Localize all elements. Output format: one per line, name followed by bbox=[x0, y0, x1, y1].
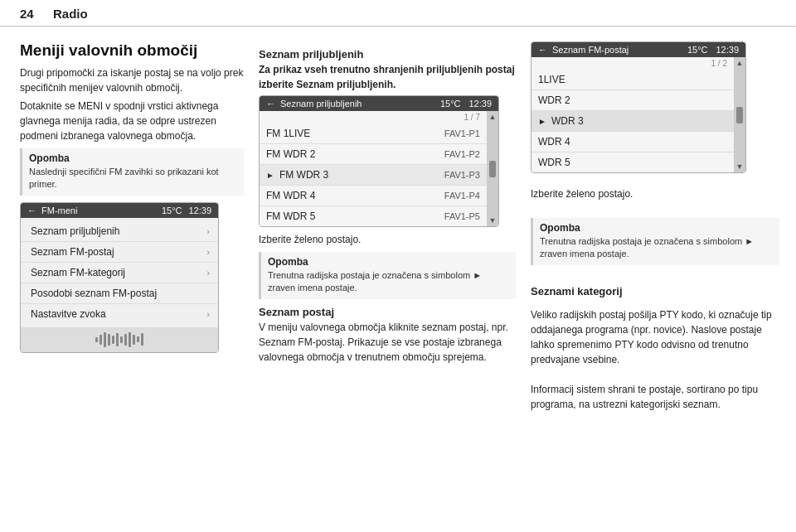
fp-item-0[interactable]: 1LIVE bbox=[531, 70, 734, 90]
fp-page-num: 1 / 2 bbox=[711, 59, 727, 68]
station-fav-4: FAV1-P5 bbox=[444, 211, 480, 221]
fp-back-icon[interactable]: ← bbox=[538, 45, 547, 55]
fp-scroll-down[interactable]: ▼ bbox=[736, 162, 744, 171]
scrollbar[interactable]: ▲ ▼ bbox=[487, 111, 498, 226]
col-left: Meniji valovnih območij Drugi pripomočki… bbox=[20, 41, 244, 519]
fp-item-2[interactable]: ► WDR 3 bbox=[531, 111, 734, 132]
station-body: 1 / 7 FM 1LIVE FAV1-P1 FM WDR 2 bbox=[260, 111, 487, 226]
station-item-0[interactable]: FM 1LIVE FAV1-P1 bbox=[260, 123, 487, 144]
station-page-info: 1 / 7 bbox=[260, 111, 487, 123]
station-fav-0: FAV1-P1 bbox=[444, 128, 480, 138]
sound-wave bbox=[95, 331, 143, 348]
opomba-title-1: Opomba bbox=[29, 152, 237, 164]
station-fav-1: FAV1-P2 bbox=[444, 149, 480, 159]
sound-bar-4 bbox=[108, 334, 110, 346]
fp-body: 1 / 2 1LIVE WDR 2 ► WDR 3 WDR 4 bbox=[531, 57, 734, 172]
opomba-text-3: Trenutna radijska postaja je označena s … bbox=[540, 235, 773, 261]
section3-text: Veliko radijskih postaj pošilja PTY kodo… bbox=[531, 307, 779, 367]
station-widget-header: ← Seznam priljubljenih 15°C 12:39 bbox=[260, 96, 498, 111]
fp-temp: 15°C bbox=[687, 45, 708, 55]
station-play-icon-2: ► bbox=[266, 171, 274, 180]
station-page-num: 1 / 7 bbox=[464, 113, 480, 122]
fm-menu-item-2[interactable]: Seznam FM-kategorij › bbox=[21, 263, 218, 283]
fm-menu-widget: ← FM-meni 15°C 12:39 Seznam priljubljeni… bbox=[20, 202, 219, 353]
section2-text: V meniju valovnega območja kliknite sezn… bbox=[259, 320, 516, 365]
sound-bar-11 bbox=[137, 336, 139, 342]
fp-scroll-track bbox=[736, 69, 743, 161]
station-widget: ← Seznam priljubljenih 15°C 12:39 1 / 7 bbox=[259, 95, 499, 227]
left-section: Meniji valovnih območij Drugi pripomočki… bbox=[20, 41, 244, 353]
fp-scroll-up[interactable]: ▲ bbox=[736, 59, 744, 67]
fm-postaj-widget: ← Seznam FM-postaj 15°C 12:39 1 / 2 1LIV… bbox=[531, 41, 746, 173]
scroll-down-icon[interactable]: ▼ bbox=[489, 216, 497, 225]
fp-play-icon: ► bbox=[538, 117, 546, 126]
station-temp: 15°C bbox=[440, 99, 461, 109]
station-item-1[interactable]: FM WDR 2 FAV1-P2 bbox=[260, 144, 487, 165]
station-item-2[interactable]: ► FM WDR 3 FAV1-P3 bbox=[260, 165, 487, 186]
fp-item-3[interactable]: WDR 4 bbox=[531, 132, 734, 152]
fm-item-arrow-1: › bbox=[206, 247, 210, 257]
station-item-left-2: ► FM WDR 3 bbox=[266, 169, 328, 181]
station-body-row: 1 / 7 FM 1LIVE FAV1-P1 FM WDR 2 bbox=[260, 111, 498, 226]
sound-bar-12 bbox=[141, 333, 143, 346]
station-label-0: FM 1LIVE bbox=[266, 128, 310, 139]
fm-menu-item-1[interactable]: Seznam FM-postaj › bbox=[21, 242, 218, 263]
fm-item-label-3: Posodobi seznam FM-postaj bbox=[31, 288, 157, 299]
station-label-3: FM WDR 4 bbox=[266, 190, 315, 201]
station-fav-3: FAV1-P4 bbox=[444, 191, 480, 201]
station-back-icon[interactable]: ← bbox=[266, 99, 275, 109]
fm-back-icon[interactable]: ← bbox=[27, 206, 36, 215]
opomba-text-2: Trenutna radijska postaja je označena s … bbox=[268, 269, 509, 295]
fp-item-1[interactable]: WDR 2 bbox=[531, 90, 734, 111]
izberite-label-right: Izberite želeno postajo. bbox=[531, 186, 779, 201]
fm-menu-item-0[interactable]: Seznam priljubljenih › bbox=[21, 221, 218, 242]
scroll-up-icon[interactable]: ▲ bbox=[489, 113, 497, 121]
fm-menu-item-3[interactable]: Posodobi seznam FM-postaj bbox=[21, 283, 218, 304]
opomba-box-3: Opomba Trenutna radijska postaja je ozna… bbox=[531, 218, 779, 265]
sound-bar-3 bbox=[104, 332, 106, 347]
sound-bar-7 bbox=[120, 336, 123, 343]
fm-widget-header: ← FM-meni 15°C 12:39 bbox=[21, 203, 218, 218]
fp-body-row: 1 / 2 1LIVE WDR 2 ► WDR 3 WDR 4 bbox=[531, 57, 745, 172]
scroll-track bbox=[489, 123, 496, 215]
fp-title: Seznam FM-postaj bbox=[552, 45, 629, 55]
fm-item-label-4: Nastavitve zvoka bbox=[31, 308, 106, 320]
station-item-3[interactable]: FM WDR 4 FAV1-P4 bbox=[260, 186, 487, 206]
sound-bar-1 bbox=[95, 337, 98, 342]
left-para2: Dotaknite se MENI v spodnji vrstici akti… bbox=[20, 99, 244, 143]
page-chapter: Radio bbox=[53, 7, 88, 21]
opomba-box-1: Opomba Naslednji specifični FM zavihki s… bbox=[20, 148, 244, 196]
col-middle: Seznam priljubljenih Za prikaz vseh tren… bbox=[259, 41, 516, 519]
fp-header-left: ← Seznam FM-postaj bbox=[538, 45, 629, 55]
station-header-left: ← Seznam priljubljenih bbox=[266, 99, 362, 109]
content-area: Meniji valovnih območij Drugi pripomočki… bbox=[0, 27, 796, 527]
fp-label-2: WDR 3 bbox=[551, 115, 584, 127]
fp-item-4[interactable]: WDR 5 bbox=[531, 152, 734, 172]
station-header-right: 15°C 12:39 bbox=[440, 99, 492, 109]
station-item-left-3: FM WDR 4 bbox=[266, 190, 315, 201]
izberite-label-middle: Izberite želeno postajo. bbox=[259, 232, 516, 247]
fm-item-label-0: Seznam priljubljenih bbox=[31, 225, 119, 237]
station-item-left-4: FM WDR 5 bbox=[266, 210, 315, 222]
fp-page-info: 1 / 2 bbox=[531, 57, 734, 70]
fm-item-arrow-4: › bbox=[206, 309, 210, 319]
fm-item-label-2: Seznam FM-kategorij bbox=[31, 267, 125, 278]
station-label-1: FM WDR 2 bbox=[266, 148, 315, 160]
fm-menu-item-4[interactable]: Nastavitve zvoka › bbox=[21, 304, 218, 324]
station-item-left-0: FM 1LIVE bbox=[266, 128, 310, 139]
fp-label-0: 1LIVE bbox=[538, 74, 565, 85]
station-item-4[interactable]: FM WDR 5 FAV1-P5 bbox=[260, 206, 487, 226]
fm-item-arrow-0: › bbox=[206, 226, 210, 236]
middle-bold-intro: Za prikaz vseh trenutno shranjenih prilj… bbox=[259, 62, 516, 92]
station-label-4: FM WDR 5 bbox=[266, 210, 315, 222]
fm-widget-body: Seznam priljubljenih › Seznam FM-postaj … bbox=[21, 218, 218, 327]
fm-header-right: 15°C 12:39 bbox=[162, 206, 211, 215]
fm-menu-title: FM-meni bbox=[41, 206, 77, 215]
section2-title: Seznam postaj bbox=[259, 306, 516, 318]
page-number: 24 bbox=[20, 7, 53, 21]
station-title: Seznam priljubljenih bbox=[280, 99, 362, 109]
station-time: 12:39 bbox=[468, 99, 492, 109]
opomba-title-3: Opomba bbox=[540, 222, 773, 234]
fm-item-arrow-2: › bbox=[206, 268, 210, 278]
fp-scrollbar[interactable]: ▲ ▼ bbox=[734, 57, 745, 172]
